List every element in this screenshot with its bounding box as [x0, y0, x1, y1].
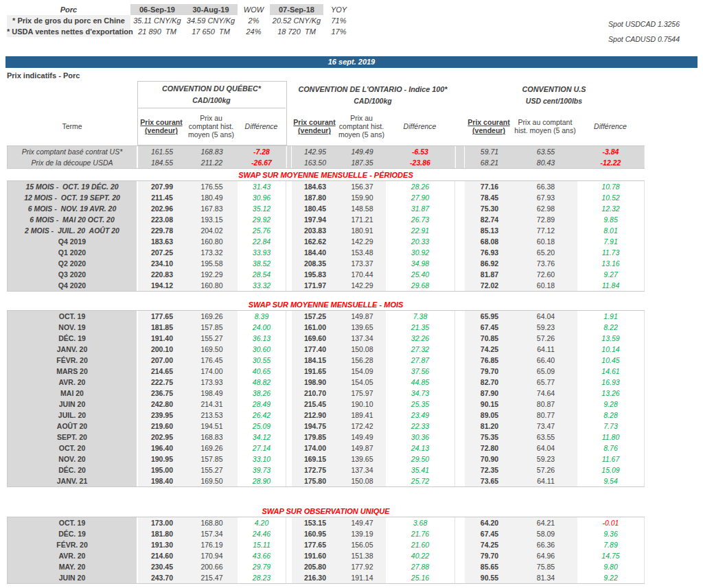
difference-cell: 7.38 [386, 311, 455, 322]
table-row: Q4 2019183.63160.8022.84162.62142.2920.3… [8, 236, 644, 247]
current-price-cell: 68.08 [465, 236, 514, 247]
hist-price-cell: 177.92 [338, 561, 386, 572]
current-price-cell: 229.78 [138, 225, 186, 236]
group-header-ontario: CONVENTION DE L'ONTARIO - Indice 100* CA… [291, 81, 454, 108]
table-row: SEPT. 20202.95168.8334.12179.85149.4930.… [8, 432, 644, 443]
difference-cell: 26.73 [386, 214, 455, 225]
difference-cell: 33.32 [238, 280, 286, 291]
hist-price-cell: 59.23 [514, 322, 577, 333]
hist-price-cell: 72.89 [514, 214, 577, 225]
hist-price-cell: 148.58 [338, 203, 386, 214]
hist-price-cell: 168.83 [186, 432, 238, 443]
difference-cell: 3.68 [386, 517, 455, 528]
group-spacer [455, 432, 465, 443]
current-price-cell: 169.15 [292, 454, 338, 464]
hist-price-cell: 149.87 [338, 443, 386, 454]
value-cell: 71% [323, 15, 354, 26]
hist-price-cell: 66.38 [514, 181, 577, 192]
current-price-cell: 90.15 [465, 399, 514, 410]
group-spacer [455, 214, 465, 225]
hist-price-cell: 149.47 [338, 517, 386, 528]
difference-cell: 28.90 [238, 475, 286, 486]
hist-price-cell: 65.77 [514, 377, 577, 388]
difference-cell: 10.45 [577, 355, 645, 366]
hist-price-cell: 173.37 [338, 258, 386, 269]
table-row: MAI 20236.75198.4938.26210.70175.9734.73… [8, 388, 644, 399]
hist-price-cell: 73.76 [514, 258, 577, 269]
hist-price-cell: 154.09 [338, 366, 386, 377]
terme-cell: 6 MOIS - NOV. 19 AVR. 20 [8, 203, 138, 214]
group-spacer [455, 192, 465, 203]
group-spacer [455, 203, 465, 214]
value-cell: 34.59 CNY/Kg [184, 15, 238, 26]
current-price-cell: 142.95 [292, 146, 338, 157]
group-spacer [455, 528, 465, 539]
group-spacer [455, 181, 465, 192]
group-spacer [286, 517, 292, 528]
current-price-cell: 74.25 [465, 539, 514, 550]
group-spacer [455, 550, 465, 561]
difference-cell: 25.16 [386, 572, 455, 583]
table-row: 12 MOIS - OCT. 19 SEPT. 20211.45180.4930… [8, 192, 644, 203]
table-row: DÉC. 20195.00155.2739.73172.75137.3435.4… [8, 464, 644, 475]
hist-price-cell: 149.49 [338, 146, 386, 157]
value-cell: 17 650 TM [184, 26, 238, 37]
hist-price-cell: 215.47 [186, 572, 238, 583]
table-row: DÉC. 19191.40155.2736.13169.60137.3432.2… [8, 333, 644, 344]
difference-cell: 34.73 [386, 388, 455, 399]
hist-price-cell: 174.00 [186, 366, 238, 377]
group-spacer [455, 157, 465, 168]
current-price-cell: 76.85 [465, 355, 514, 366]
hist-price-cell: 80.77 [514, 410, 577, 421]
hist-price-cell: 175.97 [338, 388, 386, 399]
hist-price-cell: 63.55 [514, 146, 577, 157]
current-price-cell: 207.25 [138, 247, 186, 258]
current-price-cell: 79.70 [465, 366, 514, 377]
current-price-cell: 77.16 [465, 181, 514, 192]
current-price-cell: 211.45 [138, 192, 186, 203]
current-price-cell: 76.93 [465, 247, 514, 258]
difference-cell: 14.75 [577, 550, 645, 561]
terme-cell: AVR. 20 [8, 377, 138, 388]
hist-price-cell: 193.15 [186, 214, 238, 225]
current-price-cell: 190.95 [138, 454, 186, 464]
table-row: OCT. 20196.40169.2627.14174.00149.8724.1… [8, 443, 644, 454]
current-price-cell: 68.21 [465, 157, 514, 168]
difference-cell: 16.93 [577, 377, 645, 388]
current-price-cell: 177.40 [292, 344, 338, 355]
current-price-cell: 172.75 [292, 464, 338, 475]
hist-price-cell: 155.27 [186, 464, 238, 475]
group-spacer [455, 443, 465, 454]
spot-usdcad: Spot USDCAD 1.3256 [608, 16, 680, 32]
group-header-quebec: CONVENTION DU QUÉBEC* CAD/100kg [137, 81, 286, 108]
difference-cell: 30.96 [238, 192, 286, 203]
current-price-cell: 184.55 [138, 157, 186, 168]
hist-price-cell: 170.94 [186, 550, 238, 561]
current-price-cell: 174.00 [292, 443, 338, 454]
terme-cell: DÉC. 19 [8, 333, 138, 344]
hist-price-cell: 64.11 [514, 344, 577, 355]
difference-cell: 8.39 [238, 311, 286, 322]
difference-cell: 13.16 [577, 258, 645, 269]
hist-price-cell: 204.02 [186, 225, 238, 236]
difference-cell: 25.76 [238, 225, 286, 236]
current-price-cell: 191.60 [292, 550, 338, 561]
terme-cell: AVR. 20 [8, 550, 138, 561]
hist-price-cell: 63.55 [514, 432, 577, 443]
hist-price-cell: 159.90 [338, 192, 386, 203]
terme-cell: Prix comptant basé contrat US* [8, 146, 138, 157]
hist-price-cell: 64.04 [514, 443, 577, 454]
hist-price-cell: 155.27 [186, 333, 238, 344]
hist-price-cell: 156.05 [338, 539, 386, 550]
table-row: FÉVR. 20191.30176.1915.11177.65156.0521.… [8, 539, 644, 550]
difference-cell: 21.35 [386, 322, 455, 333]
hist-price-cell: 139.65 [338, 454, 386, 464]
hist-price-cell: 153.48 [338, 247, 386, 258]
column-header-date3: 07-Sep-18 [270, 4, 323, 15]
current-price-cell: 214.60 [138, 550, 186, 561]
current-price-cell: 86.92 [465, 258, 514, 269]
current-price-cell: 179.85 [292, 432, 338, 443]
difference-cell: 33.93 [238, 247, 286, 258]
hist-price-cell: 80.43 [514, 157, 577, 168]
current-price-cell: 173.00 [138, 517, 186, 528]
